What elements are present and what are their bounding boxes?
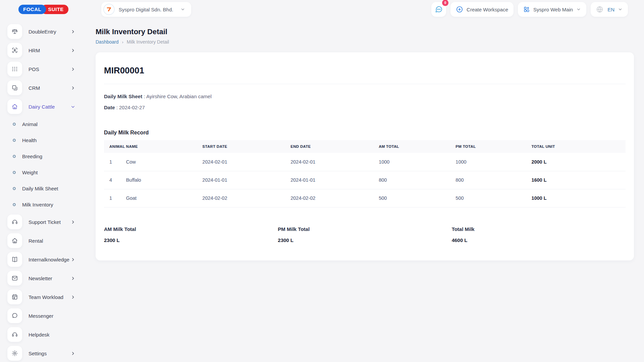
column-header-total-unit: TOTAL UNIT <box>526 140 626 153</box>
pm-milk-total-block: PM Milk Total 2300 L <box>278 226 451 243</box>
chat-bubble-icon <box>7 308 22 323</box>
sidebar-item-team-workload[interactable]: Team Workload <box>0 288 87 306</box>
chevron-right-icon <box>71 220 75 224</box>
person-frame-icon <box>7 43 22 58</box>
breadcrumb-dashboard-link[interactable]: Dashboard <box>96 39 119 45</box>
sidebar-item-label: HRM <box>29 48 40 53</box>
sidebar-subitem-milk-inventory[interactable]: Milk Inventory <box>0 196 87 213</box>
chevron-right-icon <box>71 276 75 281</box>
gear-icon <box>7 346 22 361</box>
sidebar-item-dairy-cattle[interactable]: Dairy Cattle <box>0 97 87 116</box>
cell-qty: 1 <box>104 153 121 171</box>
sidebar-subitem-weight[interactable]: Weight <box>0 164 87 180</box>
sidebar-item-label: POS <box>29 66 39 72</box>
record-section-title: Daily Milk Record <box>104 130 626 136</box>
column-header-start-date: START DATE <box>197 140 285 153</box>
chevron-down-icon <box>576 7 581 12</box>
headset-icon <box>7 215 22 229</box>
company-selector[interactable]: Syspro Digital Sdn. Bhd. <box>101 2 192 17</box>
sidebar-subitem-health[interactable]: Health <box>0 132 87 148</box>
chevron-right-icon <box>71 67 75 71</box>
am-milk-total-block: AM Milk Total 2300 L <box>104 226 278 243</box>
sidebar-item-pos[interactable]: POS <box>0 60 87 78</box>
sidebar-item-messenger[interactable]: Messenger <box>0 306 87 325</box>
company-name: Syspro Digital Sdn. Bhd. <box>119 7 173 12</box>
column-header-am-total: AM TOTAL <box>373 140 450 153</box>
cell-start-date: 2024-02-02 <box>197 189 285 207</box>
sidebar-item-settings[interactable]: Settings <box>0 344 87 362</box>
sidebar-item-label: Rental <box>29 238 43 244</box>
sidebar-item-internalknowledge[interactable]: Internalknowledge <box>0 250 87 269</box>
workspace-name: Syspro Web Main <box>533 7 573 12</box>
total-milk-value: 4600 L <box>452 237 626 243</box>
home-icon <box>7 233 22 248</box>
sidebar-item-newsletter[interactable]: Newsletter <box>0 269 87 288</box>
sidebar-item-label: Dairy Cattle <box>29 104 55 110</box>
sidebar-item-rental[interactable]: Rental <box>0 231 87 250</box>
cell-end-date: 2024-02-01 <box>285 153 373 171</box>
grid-dots-icon <box>7 62 22 76</box>
chevron-down-icon <box>71 105 75 109</box>
sidebar-subitem-label: Daily Milk Sheet <box>22 186 58 191</box>
headset-icon <box>7 327 22 342</box>
sidebar-subitem-animal[interactable]: Animal <box>0 116 87 132</box>
daily-milk-sheet-label: Daily Milk Sheet <box>104 94 142 99</box>
sidebar-item-hrm[interactable]: HRM <box>0 41 87 60</box>
table-header-row: ANIMAL NAME START DATE END DATE AM TOTAL… <box>104 140 626 153</box>
sidebar-subitem-label: Animal <box>22 121 38 127</box>
sidebar-subitem-daily-milk-sheet[interactable]: Daily Milk Sheet <box>0 180 87 196</box>
workspace-selector[interactable]: Syspro Web Main <box>518 2 586 17</box>
cell-am-total: 500 <box>373 189 450 207</box>
cell-start-date: 2024-02-01 <box>197 153 285 171</box>
cell-start-date: 2024-01-01 <box>197 171 285 189</box>
cell-pm-total: 800 <box>450 171 526 189</box>
workspace-grid-icon <box>523 6 530 13</box>
chevron-right-icon <box>71 295 75 299</box>
company-logo-icon <box>103 4 115 15</box>
total-milk-block: Total Milk 4600 L <box>452 226 626 243</box>
chevron-right-icon <box>71 48 75 53</box>
sidebar-item-support-ticket[interactable]: Support Ticket <box>0 213 87 231</box>
breadcrumb-current: Milk Inventory Detail <box>127 39 169 45</box>
milk-inventory-card: MIR00001 Daily Milk Sheet : Ayirshire Co… <box>96 52 634 260</box>
cell-total-unit: 2000 L <box>526 153 626 171</box>
sidebar-item-label: Messenger <box>29 313 53 319</box>
breadcrumb: Dashboard › Milk Inventory Detail <box>96 39 634 45</box>
envelope-icon <box>7 271 22 286</box>
copy-squares-icon <box>7 80 22 95</box>
language-selector[interactable]: EN <box>591 2 628 17</box>
sidebar-item-label: Helpdesk <box>29 332 50 338</box>
bullet-icon <box>13 187 16 190</box>
table-row: 1 Goat 2024-02-02 2024-02-02 500 500 100… <box>104 189 626 207</box>
sidebar-subitem-breeding[interactable]: Breeding <box>0 148 87 164</box>
milk-summary: AM Milk Total 2300 L PM Milk Total 2300 … <box>104 226 626 243</box>
globe-icon <box>596 6 603 13</box>
chevron-down-icon <box>180 7 185 12</box>
language-code: EN <box>607 7 614 12</box>
chevron-right-icon <box>71 29 75 34</box>
sidebar-subitem-label: Weight <box>22 170 38 175</box>
sidebar-item-doubleentry[interactable]: DoubleEntry <box>0 22 87 41</box>
cell-animal-name: Buffalo <box>121 171 197 189</box>
create-workspace-button[interactable]: Create Workspace <box>450 2 514 17</box>
sidebar-item-label: DoubleEntry <box>29 29 56 35</box>
calendar-icon <box>7 290 22 304</box>
breadcrumb-separator: › <box>122 40 123 45</box>
focal-suite-logo: FOCAL SUITE <box>18 5 68 14</box>
daily-milk-record-table: ANIMAL NAME START DATE END DATE AM TOTAL… <box>104 140 626 207</box>
chat-bubble-dots-icon <box>435 5 443 13</box>
cell-end-date: 2024-02-02 <box>285 189 373 207</box>
topbar: FOCAL SUITE Syspro Digital Sdn. Bhd. 0 <box>0 0 644 19</box>
cell-total-unit: 1000 L <box>526 189 626 207</box>
date-line: Date : 2024-02-27 <box>104 105 626 110</box>
sidebar-item-crm[interactable]: CRM <box>0 78 87 97</box>
cell-am-total: 1000 <box>373 153 450 171</box>
messages-button[interactable]: 0 <box>431 2 446 17</box>
sidebar-item-label: Internalknowledge <box>29 257 69 262</box>
logo-focal-segment: FOCAL <box>18 5 46 14</box>
bullet-icon <box>13 139 16 142</box>
sidebar-item-label: Settings <box>29 351 47 356</box>
date-label: Date <box>104 105 115 110</box>
book-icon <box>7 252 22 267</box>
sidebar-item-helpdesk[interactable]: Helpdesk <box>0 325 87 344</box>
